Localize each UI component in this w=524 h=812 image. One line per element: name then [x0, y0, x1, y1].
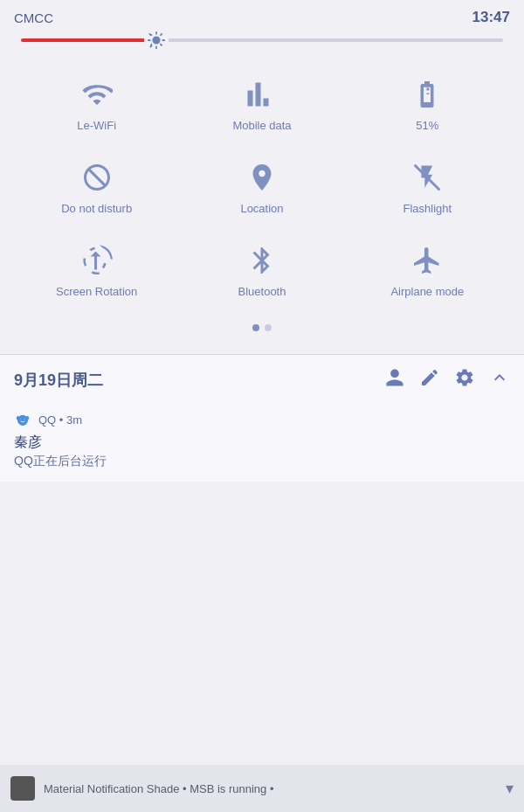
tile-airplane[interactable]: Airplane mode — [353, 234, 501, 310]
tile-bluetooth[interactable]: Bluetooth — [188, 234, 336, 310]
tiles-row-2: Do not disturb Location Flashlight — [14, 151, 510, 227]
mobile-data-label: Mobile data — [232, 119, 291, 132]
signal-icon — [245, 77, 279, 112]
rotation-icon — [79, 243, 114, 278]
flashlight-icon — [410, 160, 445, 195]
notif-app-row: QQ • 3m — [14, 411, 510, 428]
dot-inactive — [265, 324, 272, 331]
edit-icon[interactable] — [419, 367, 440, 393]
wifi-label: Le-WiFi — [77, 119, 116, 132]
status-bar: CMCC 13:47 — [0, 0, 524, 31]
tile-screen-rotation[interactable]: Screen Rotation — [23, 234, 171, 310]
msb-icon — [10, 776, 35, 801]
brightness-slider[interactable] — [21, 38, 503, 42]
time-label: 13:47 — [472, 9, 510, 26]
tile-mobile-data[interactable]: Mobile data — [188, 68, 336, 144]
collapse-icon[interactable] — [489, 367, 510, 393]
dnd-icon — [79, 160, 114, 195]
header-icons — [384, 367, 510, 393]
battery-label: 51% — [416, 119, 438, 132]
tile-dnd[interactable]: Do not disturb — [23, 151, 171, 227]
battery-icon — [410, 77, 445, 112]
airplane-label: Airplane mode — [390, 285, 464, 298]
notification-item[interactable]: QQ • 3m 秦彦 QQ正在后台运行 — [0, 402, 524, 482]
tile-wifi[interactable]: Le-WiFi — [23, 68, 171, 144]
quick-tiles: Le-WiFi Mobile data 51% Do not disturb — [0, 59, 524, 354]
tile-flashlight[interactable]: Flashlight — [353, 151, 501, 227]
bottom-panel: 9月19日周二 — [0, 355, 524, 482]
page-dots — [14, 317, 510, 345]
screen-rotation-label: Screen Rotation — [56, 285, 137, 298]
bluetooth-icon — [245, 243, 279, 278]
location-label: Location — [240, 202, 283, 215]
bottom-header: 9月19日周二 — [0, 355, 524, 402]
carrier-label: CMCC — [14, 10, 53, 25]
notif-body: QQ正在后台运行 — [14, 454, 510, 469]
notif-app-name: QQ • 3m — [38, 413, 82, 427]
brightness-row — [0, 31, 524, 59]
settings-icon[interactable] — [454, 367, 475, 393]
bottom-bar: Material Notification Shade • MSB is run… — [0, 765, 524, 812]
wifi-icon — [79, 77, 114, 112]
date-label: 9月19日周二 — [14, 370, 377, 391]
bottom-bar-text: Material Notification Shade • MSB is run… — [44, 782, 497, 795]
brightness-icon — [147, 31, 166, 50]
tiles-row-3: Screen Rotation Bluetooth Airplane mode — [14, 234, 510, 310]
notif-title: 秦彦 — [14, 434, 510, 452]
location-icon — [245, 160, 279, 195]
brightness-thumb — [144, 28, 169, 52]
tiles-row-1: Le-WiFi Mobile data 51% — [14, 68, 510, 144]
user-icon[interactable] — [384, 367, 405, 393]
bluetooth-label: Bluetooth — [238, 285, 286, 298]
tile-location[interactable]: Location — [188, 151, 336, 227]
dnd-label: Do not disturb — [61, 202, 132, 215]
dot-active — [252, 324, 259, 331]
qq-icon — [14, 411, 31, 428]
tile-battery[interactable]: 51% — [353, 68, 501, 144]
flashlight-label: Flashlight — [403, 202, 452, 215]
bottom-bar-chevron-icon[interactable]: ▾ — [506, 779, 514, 798]
brightness-fill — [21, 38, 156, 42]
airplane-icon — [410, 243, 445, 278]
